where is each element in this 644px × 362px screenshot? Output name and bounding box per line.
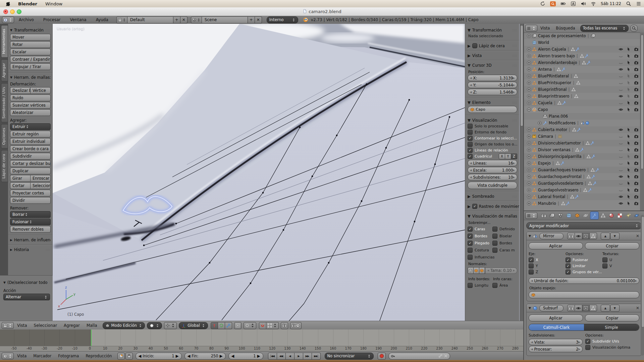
checkbox-costura[interactable]: Costura: [468, 248, 492, 253]
checkbox-cuadr-cul[interactable]: ✓CuadrículXYZ: [468, 154, 517, 159]
falloff-dropdown[interactable]: [244, 322, 256, 329]
outliner-row[interactable]: BluePRintlateral|: [524, 73, 640, 79]
checkbox-origen-de-todos-los-o[interactable]: Origen de todos los o...: [468, 142, 517, 147]
properties-tab-object[interactable]: [573, 212, 581, 219]
selectable-cursor-icon[interactable]: [626, 107, 631, 112]
visibility-eye-icon[interactable]: [619, 168, 623, 172]
tool-button-extruir-regi-n[interactable]: Extruir región: [10, 131, 51, 137]
move-modifier-up-button[interactable]: ▲: [601, 233, 610, 240]
outliner-row[interactable]: Aleron Cajuela|: [524, 46, 640, 53]
selectable-cursor-icon[interactable]: [626, 181, 631, 186]
active-element-field[interactable]: Capo: [468, 106, 517, 113]
tool-button-deslizar-b[interactable]: Deslizar b: [10, 87, 30, 94]
checkbox-solo-lo-procesable[interactable]: Solo lo procesable: [468, 124, 517, 129]
renderable-camera-icon[interactable]: [634, 174, 639, 179]
tool-button-duplicar[interactable]: Duplicar: [10, 168, 51, 174]
checkbox-longitu[interactable]: Longitu: [468, 283, 492, 288]
renderable-camera-icon[interactable]: [634, 181, 639, 186]
checkbox-biselar[interactable]: Biselar: [492, 234, 517, 239]
selectable-cursor-icon[interactable]: [626, 194, 631, 199]
checkbox-fusionar[interactable]: ✓Fusionar: [566, 257, 602, 262]
toolshelf-tab-opciones[interactable]: Opciones: [1, 124, 8, 148]
expand-toggle[interactable]: [527, 127, 531, 132]
modifier-name-field[interactable]: Subsurf: [539, 305, 564, 311]
outliner-row[interactable]: Guaardachoques trasero|: [524, 167, 640, 173]
outliner-filter-dropdown[interactable]: Todas las escenas: [580, 25, 629, 32]
jump-to-end-button[interactable]: ▶▶|: [312, 353, 321, 360]
outliner-row[interactable]: Aleron trasero bajo|: [524, 53, 640, 59]
properties-tab-particles[interactable]: [624, 212, 632, 219]
panel-transformaci-n[interactable]: ▼Transformación::::: [468, 28, 517, 33]
expand-toggle[interactable]: [527, 181, 531, 186]
renderable-camera-icon[interactable]: [634, 80, 639, 85]
properties-tab-data[interactable]: [599, 212, 607, 219]
render-engine-dropdown[interactable]: Interno: [267, 16, 298, 23]
renderable-camera-icon[interactable]: [634, 101, 639, 105]
renderable-camera-icon[interactable]: [634, 147, 639, 152]
checkbox-influencias[interactable]: Influencias: [468, 255, 517, 260]
proportional-edit-button[interactable]: [234, 322, 241, 329]
translate-manipulator-button[interactable]: [211, 322, 218, 329]
selectable-cursor-icon[interactable]: [626, 87, 631, 92]
expand-toggle[interactable]: [527, 87, 531, 92]
outliner-row[interactable]: Cajuela|: [524, 100, 640, 106]
merge-threshold-slider[interactable]: ◀Umbral de fusión:0.001000▶: [529, 278, 639, 284]
visibility-eye-icon[interactable]: [619, 107, 623, 112]
editmode-toggle[interactable]: [582, 233, 590, 239]
selectable-cursor-icon[interactable]: [626, 101, 631, 105]
tool-button-crear-borde-o-cara[interactable]: Crear borde o cara: [10, 145, 51, 152]
panel-l-piz-de-cera[interactable]: ▶Lápiz de cera::::: [468, 43, 517, 48]
checkbox-z[interactable]: Z: [529, 269, 566, 275]
tool-button-v-rtice[interactable]: Vértice: [30, 87, 51, 94]
axis-toggle-x[interactable]: X: [499, 154, 505, 159]
cage-toggle[interactable]: [590, 233, 597, 239]
button-vista-cu-druple[interactable]: Vista cuádruple: [468, 182, 517, 189]
selectable-cursor-icon[interactable]: [626, 147, 631, 152]
scene-name[interactable]: Scene: [202, 16, 248, 23]
selectable-cursor-icon[interactable]: [626, 47, 631, 52]
outliner-row[interactable]: Blueprintfronal|: [524, 86, 640, 93]
visibility-eye-icon[interactable]: [619, 94, 623, 99]
selectable-cursor-icon[interactable]: [626, 168, 631, 172]
modifier-name-field[interactable]: Mirror: [539, 233, 564, 239]
checkbox-rea[interactable]: Área: [492, 283, 517, 288]
move-modifier-up-button[interactable]: ▲: [601, 305, 610, 312]
volume-icon[interactable]: [581, 1, 586, 6]
value-slider-z[interactable]: ◀Z:1.5468▶: [468, 89, 517, 95]
expand-toggle[interactable]: [527, 94, 531, 99]
expand-toggle[interactable]: [527, 60, 531, 65]
playback-range-lock-button[interactable]: [117, 353, 125, 360]
tool-dropdown-extruir[interactable]: Extruir: [10, 123, 51, 130]
tool-button-subdividir[interactable]: Subdividir: [10, 153, 51, 160]
renderable-camera-icon[interactable]: [634, 201, 639, 206]
apple-menu-icon[interactable]: [0, 1, 14, 6]
outliner-row[interactable]: GuardachoquesFrontal|: [524, 173, 640, 180]
renderable-camera-icon[interactable]: [634, 188, 639, 192]
move-modifier-down-button[interactable]: ▼: [610, 305, 620, 312]
notification-center-icon[interactable]: [636, 1, 641, 6]
sync-mode-dropdown[interactable]: No sincronizar: [325, 353, 374, 360]
toolshelf-tab-agregar[interactable]: Agregar: [1, 59, 8, 81]
scene-icon[interactable]: [191, 16, 202, 23]
apply-button[interactable]: Aplicar: [529, 314, 583, 321]
selectable-cursor-icon[interactable]: [626, 141, 631, 145]
outliner-row[interactable]: Manubrio|: [524, 200, 640, 207]
selectable-cursor-icon[interactable]: [626, 60, 631, 65]
visibility-eye-icon[interactable]: [619, 67, 623, 72]
timeline-playhead[interactable]: [91, 329, 92, 346]
selectable-cursor-icon[interactable]: [626, 54, 631, 58]
menu-ventana[interactable]: Ventana: [65, 17, 91, 22]
expand-toggle[interactable]: [527, 47, 531, 52]
menu-archivo[interactable]: Archivo: [14, 17, 39, 22]
expand-toggle[interactable]: [527, 80, 531, 85]
value-slider-escala[interactable]: ◀Escala:1.000▶: [468, 167, 517, 173]
visibility-eye-icon[interactable]: [619, 101, 623, 105]
checkbox-subdividir-uvs[interactable]: ✓Subdividir UVs: [585, 339, 639, 344]
n-panel-scrollbar[interactable]: [520, 24, 523, 321]
copy-button[interactable]: Copiar: [585, 242, 639, 249]
visibility-toggle[interactable]: [575, 305, 582, 311]
renderable-camera-icon[interactable]: [634, 154, 639, 159]
play-reverse-button[interactable]: ◀: [286, 353, 294, 360]
expand-toggle[interactable]: [527, 168, 531, 172]
visibility-eye-icon[interactable]: [619, 201, 623, 206]
